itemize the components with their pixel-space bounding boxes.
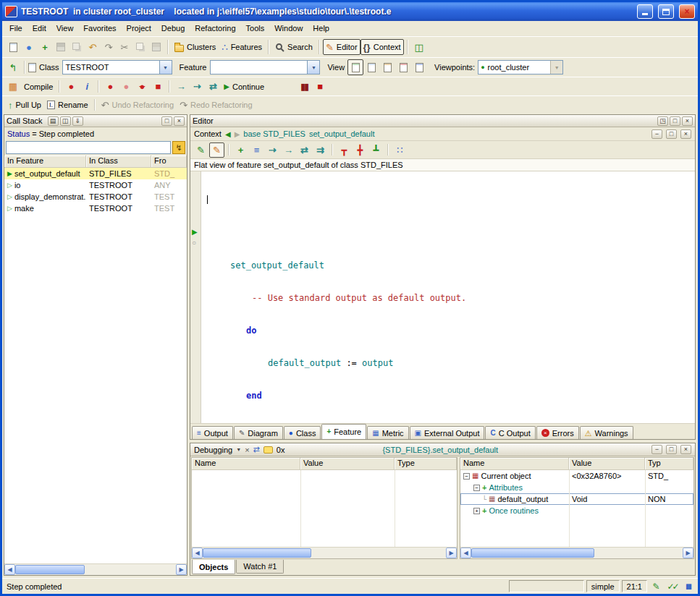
view-contract-button[interactable] — [395, 59, 411, 75]
tab-class[interactable]: ●Class — [284, 426, 321, 439]
rename-button[interactable]: I. Rename — [44, 97, 91, 113]
save-all-button[interactable] — [69, 39, 85, 55]
pull-up-button[interactable]: ↑ Pull Up — [5, 97, 44, 113]
ancestors-button[interactable]: ┳ — [337, 142, 352, 158]
collapse-icon[interactable]: − — [463, 473, 470, 480]
new-feature-button[interactable]: ⇢ — [265, 142, 280, 158]
search-button[interactable]: Search — [272, 39, 316, 55]
flat-edit-button[interactable]: ✎ — [209, 142, 224, 158]
tab-external-output[interactable]: ▣External Output — [410, 426, 485, 439]
editor-close-icon[interactable]: × — [682, 116, 693, 126]
app-icon[interactable] — [5, 6, 17, 17]
clients-button[interactable]: ┻ — [368, 142, 384, 158]
step-out-button[interactable]: ⇄ — [205, 79, 221, 95]
context-minimize-icon[interactable]: − — [651, 129, 662, 139]
menu-tools[interactable]: Tools — [241, 22, 270, 35]
open-button[interactable]: ● — [21, 39, 37, 55]
watch-column-type[interactable]: Type — [395, 458, 457, 470]
watch-column-name[interactable]: Name — [192, 458, 300, 470]
new-document-button[interactable] — [5, 39, 21, 55]
debugging-maximize-icon[interactable]: □ — [666, 445, 677, 454]
column-from[interactable]: Fro — [151, 156, 187, 168]
editor-maximize-icon[interactable]: □ — [670, 116, 680, 126]
tab-metric[interactable]: ▦Metric — [367, 426, 408, 439]
menu-favorites[interactable]: Favorites — [78, 22, 121, 35]
save-button[interactable] — [53, 39, 69, 55]
debugging-note-icon[interactable] — [263, 446, 273, 454]
copy-button[interactable] — [132, 39, 148, 55]
feature-combo[interactable]: ▼ — [210, 60, 320, 74]
object-tree-row[interactable]: −+Attributes — [460, 482, 693, 493]
menu-edit[interactable]: Edit — [28, 22, 51, 35]
pause-button[interactable]: ▮▮ — [296, 79, 312, 95]
info-button[interactable]: i — [79, 79, 95, 95]
debugging-menu-arrow-icon[interactable]: ▼ — [236, 447, 241, 452]
scroll-left-icon[interactable]: ◀ — [192, 548, 203, 558]
call-stack-maximize-icon[interactable]: □ — [161, 116, 172, 126]
editable-state-icon[interactable]: ✎ — [649, 582, 663, 592]
tab-errors[interactable]: ×Errors — [536, 426, 579, 439]
disable-breakpoints-button[interactable]: ● — [118, 79, 134, 95]
scroll-right-icon[interactable]: ▶ — [683, 548, 693, 558]
expand-icon[interactable]: + — [473, 508, 480, 514]
watch-column-value[interactable]: Value — [300, 458, 395, 470]
debugging-swap-icon[interactable]: ⇄ — [253, 445, 260, 454]
descendants-button[interactable]: ╋ — [353, 142, 368, 158]
menu-refactoring[interactable]: Refactoring — [190, 22, 240, 35]
objects-column-name[interactable]: Name — [460, 458, 569, 470]
menu-project[interactable]: Project — [122, 22, 156, 35]
scroll-track[interactable] — [203, 548, 446, 558]
callees-button[interactable]: ⇄ — [297, 142, 312, 158]
call-stack-row[interactable]: ▷make TESTROOT TEST — [4, 203, 187, 214]
column-in-class[interactable]: In Class — [86, 156, 151, 168]
clusters-button[interactable]: Clusters — [172, 39, 219, 55]
remove-breakpoints-button[interactable]: ● — [134, 79, 150, 95]
scroll-thumb[interactable] — [471, 548, 594, 558]
code-text[interactable]: set_output_default -- Use standard outpu… — [201, 171, 695, 423]
redo-button[interactable]: ↷ — [101, 39, 117, 55]
watch-table-body[interactable] — [192, 470, 457, 547]
call-stack-close-icon[interactable]: × — [174, 116, 185, 126]
breadcrumb-feature[interactable]: set_output_default — [309, 129, 375, 138]
scroll-left-icon[interactable]: ◀ — [4, 564, 15, 575]
scroll-right-icon[interactable]: ▶ — [446, 548, 457, 558]
continue-button[interactable]: ▶ Continue — [221, 79, 267, 95]
viewpoints-combo[interactable]: ● root_cluster ▼ — [478, 60, 563, 74]
step-over-button[interactable]: ⇢ — [189, 79, 205, 95]
stack-filter-input[interactable] — [6, 141, 171, 154]
paste-button[interactable] — [148, 39, 164, 55]
menu-debug[interactable]: Debug — [156, 22, 190, 35]
melt-button[interactable]: ▦ — [5, 79, 21, 95]
column-in-feature[interactable]: In Feature — [4, 156, 86, 168]
object-tree-row[interactable]: −▦Current object <0x32A8760> STD_ — [460, 470, 693, 482]
close-button[interactable]: × — [679, 4, 695, 19]
tab-output[interactable]: ≡Output — [192, 426, 233, 439]
compiled-state-icon[interactable]: ✓✓ — [665, 582, 679, 592]
objects-table-body[interactable]: −▦Current object <0x32A8760> STD_ −+Attr… — [460, 470, 693, 547]
feature-clauses-button[interactable]: ≡ — [249, 142, 264, 158]
tab-objects[interactable]: Objects — [192, 560, 235, 574]
debugging-panel-close-icon[interactable]: × — [680, 445, 691, 454]
maximize-button[interactable] — [658, 4, 674, 19]
context-close-icon[interactable]: × — [680, 129, 691, 139]
call-stack-row[interactable]: ▷io TESTROOT ANY — [4, 179, 187, 191]
menu-window[interactable]: Window — [269, 22, 308, 35]
context-maximize-icon[interactable]: □ — [666, 129, 677, 139]
homonyms-button[interactable]: ∷ — [392, 142, 408, 158]
view-interface-button[interactable] — [411, 59, 427, 75]
implementers-button[interactable]: ⇉ — [313, 142, 328, 158]
tab-feature[interactable]: +Feature — [321, 424, 366, 439]
scroll-right-icon[interactable]: ▶ — [176, 564, 187, 575]
call-stack-row[interactable]: ▶set_output_default STD_FILES STD_ — [4, 168, 187, 179]
edit-feature-button[interactable]: ✎ — [193, 142, 208, 158]
view-basic-button[interactable] — [347, 59, 363, 75]
scroll-left-icon[interactable]: ◀ — [460, 548, 471, 558]
tab-warnings[interactable]: ⚠Warnings — [580, 426, 633, 439]
menu-view[interactable]: View — [51, 22, 79, 35]
stop-button[interactable]: ■ — [312, 79, 328, 95]
diagram-tool-button[interactable]: ◫ — [411, 39, 427, 55]
undo-button[interactable]: ↶ — [85, 39, 101, 55]
debugger-state-icon[interactable]: ▮▮ — [681, 582, 695, 590]
scroll-thumb[interactable] — [15, 565, 85, 574]
minimize-button[interactable] — [637, 4, 653, 19]
